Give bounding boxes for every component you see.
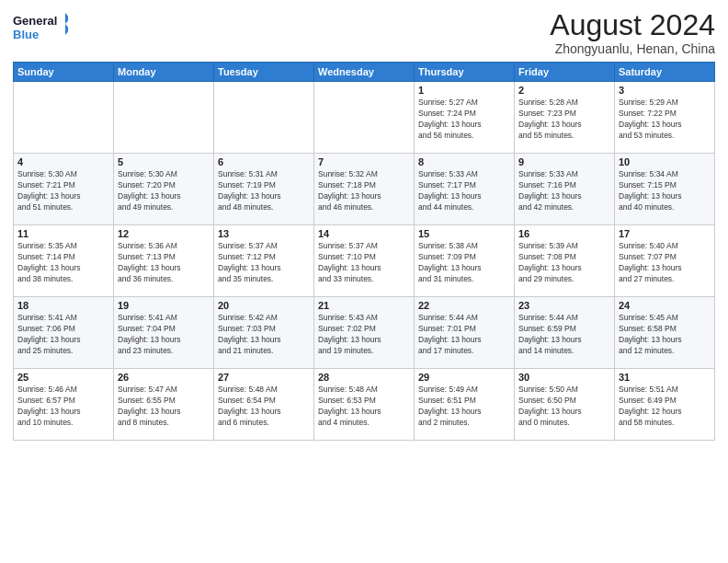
day-info: Sunrise: 5:37 AMSunset: 7:10 PMDaylight:… xyxy=(318,241,410,285)
day-number: 21 xyxy=(318,300,410,311)
day-number: 18 xyxy=(17,300,109,311)
weekday-sunday: Sunday xyxy=(14,63,114,82)
day-number: 20 xyxy=(218,300,310,311)
header: General Blue August 2024 Zhongyuanlu, He… xyxy=(13,9,715,56)
calendar-cell: 22Sunrise: 5:44 AMSunset: 7:01 PMDayligh… xyxy=(415,297,515,369)
calendar-cell: 30Sunrise: 5:50 AMSunset: 6:50 PMDayligh… xyxy=(515,369,615,441)
day-info: Sunrise: 5:34 AMSunset: 7:15 PMDaylight:… xyxy=(619,169,711,213)
day-number: 29 xyxy=(418,372,510,383)
logo: General Blue xyxy=(13,9,68,44)
calendar-cell: 17Sunrise: 5:40 AMSunset: 7:07 PMDayligh… xyxy=(615,225,715,297)
day-info: Sunrise: 5:43 AMSunset: 7:02 PMDaylight:… xyxy=(318,313,410,357)
calendar-cell: 1Sunrise: 5:27 AMSunset: 7:24 PMDaylight… xyxy=(415,82,515,154)
week-row-3: 11Sunrise: 5:35 AMSunset: 7:14 PMDayligh… xyxy=(14,225,715,297)
day-number: 14 xyxy=(318,228,410,239)
day-info: Sunrise: 5:30 AMSunset: 7:20 PMDaylight:… xyxy=(118,169,210,213)
day-number: 22 xyxy=(418,300,510,311)
day-info: Sunrise: 5:46 AMSunset: 6:57 PMDaylight:… xyxy=(17,385,109,429)
day-number: 15 xyxy=(418,228,510,239)
week-row-1: 1Sunrise: 5:27 AMSunset: 7:24 PMDaylight… xyxy=(14,82,715,154)
subtitle: Zhongyuanlu, Henan, China xyxy=(550,41,715,56)
calendar-cell: 18Sunrise: 5:41 AMSunset: 7:06 PMDayligh… xyxy=(14,297,114,369)
day-number: 2 xyxy=(518,85,610,96)
calendar-cell: 5Sunrise: 5:30 AMSunset: 7:20 PMDaylight… xyxy=(114,154,214,225)
calendar-cell: 28Sunrise: 5:48 AMSunset: 6:53 PMDayligh… xyxy=(314,369,415,441)
day-number: 3 xyxy=(619,85,711,96)
day-info: Sunrise: 5:50 AMSunset: 6:50 PMDaylight:… xyxy=(518,385,610,429)
calendar-cell: 14Sunrise: 5:37 AMSunset: 7:10 PMDayligh… xyxy=(314,225,415,297)
day-number: 30 xyxy=(518,372,610,383)
calendar-cell: 27Sunrise: 5:48 AMSunset: 6:54 PMDayligh… xyxy=(214,369,314,441)
calendar-cell xyxy=(214,82,314,154)
calendar-cell: 31Sunrise: 5:51 AMSunset: 6:49 PMDayligh… xyxy=(615,369,715,441)
logo-graphic: General Blue xyxy=(13,9,68,44)
day-number: 16 xyxy=(518,228,610,239)
main-title: August 2024 xyxy=(550,9,715,41)
day-number: 31 xyxy=(619,372,711,383)
day-info: Sunrise: 5:29 AMSunset: 7:22 PMDaylight:… xyxy=(619,98,711,142)
day-info: Sunrise: 5:49 AMSunset: 6:51 PMDaylight:… xyxy=(418,385,510,429)
calendar-cell: 19Sunrise: 5:41 AMSunset: 7:04 PMDayligh… xyxy=(114,297,214,369)
day-info: Sunrise: 5:41 AMSunset: 7:06 PMDaylight:… xyxy=(17,313,109,357)
calendar-cell: 26Sunrise: 5:47 AMSunset: 6:55 PMDayligh… xyxy=(114,369,214,441)
day-number: 19 xyxy=(118,300,210,311)
day-number: 28 xyxy=(318,372,410,383)
calendar: SundayMondayTuesdayWednesdayThursdayFrid… xyxy=(13,62,715,441)
week-row-4: 18Sunrise: 5:41 AMSunset: 7:06 PMDayligh… xyxy=(14,297,715,369)
day-info: Sunrise: 5:35 AMSunset: 7:14 PMDaylight:… xyxy=(17,241,109,285)
calendar-cell: 15Sunrise: 5:38 AMSunset: 7:09 PMDayligh… xyxy=(415,225,515,297)
weekday-thursday: Thursday xyxy=(415,63,515,82)
svg-marker-2 xyxy=(65,13,68,35)
day-info: Sunrise: 5:45 AMSunset: 6:58 PMDaylight:… xyxy=(619,313,711,357)
day-info: Sunrise: 5:41 AMSunset: 7:04 PMDaylight:… xyxy=(118,313,210,357)
day-info: Sunrise: 5:30 AMSunset: 7:21 PMDaylight:… xyxy=(17,169,109,213)
week-row-5: 25Sunrise: 5:46 AMSunset: 6:57 PMDayligh… xyxy=(14,369,715,441)
calendar-cell: 16Sunrise: 5:39 AMSunset: 7:08 PMDayligh… xyxy=(515,225,615,297)
day-info: Sunrise: 5:51 AMSunset: 6:49 PMDaylight:… xyxy=(619,385,711,429)
day-number: 4 xyxy=(17,156,109,167)
calendar-cell: 21Sunrise: 5:43 AMSunset: 7:02 PMDayligh… xyxy=(314,297,415,369)
day-info: Sunrise: 5:36 AMSunset: 7:13 PMDaylight:… xyxy=(118,241,210,285)
day-number: 23 xyxy=(518,300,610,311)
calendar-cell: 25Sunrise: 5:46 AMSunset: 6:57 PMDayligh… xyxy=(14,369,114,441)
weekday-friday: Friday xyxy=(515,63,615,82)
weekday-monday: Monday xyxy=(114,63,214,82)
day-info: Sunrise: 5:48 AMSunset: 6:53 PMDaylight:… xyxy=(318,385,410,429)
day-number: 7 xyxy=(318,156,410,167)
weekday-saturday: Saturday xyxy=(615,63,715,82)
day-info: Sunrise: 5:47 AMSunset: 6:55 PMDaylight:… xyxy=(118,385,210,429)
calendar-cell: 8Sunrise: 5:33 AMSunset: 7:17 PMDaylight… xyxy=(415,154,515,225)
day-number: 11 xyxy=(17,228,109,239)
week-row-2: 4Sunrise: 5:30 AMSunset: 7:21 PMDaylight… xyxy=(14,154,715,225)
day-info: Sunrise: 5:31 AMSunset: 7:19 PMDaylight:… xyxy=(218,169,310,213)
calendar-cell: 10Sunrise: 5:34 AMSunset: 7:15 PMDayligh… xyxy=(615,154,715,225)
calendar-cell: 6Sunrise: 5:31 AMSunset: 7:19 PMDaylight… xyxy=(214,154,314,225)
calendar-cell: 7Sunrise: 5:32 AMSunset: 7:18 PMDaylight… xyxy=(314,154,415,225)
calendar-cell xyxy=(14,82,114,154)
day-number: 12 xyxy=(118,228,210,239)
svg-text:Blue: Blue xyxy=(13,28,39,41)
weekday-wednesday: Wednesday xyxy=(314,63,415,82)
weekday-header-row: SundayMondayTuesdayWednesdayThursdayFrid… xyxy=(14,63,715,82)
calendar-cell: 3Sunrise: 5:29 AMSunset: 7:22 PMDaylight… xyxy=(615,82,715,154)
calendar-cell: 24Sunrise: 5:45 AMSunset: 6:58 PMDayligh… xyxy=(615,297,715,369)
page: General Blue August 2024 Zhongyuanlu, He… xyxy=(0,0,728,563)
calendar-cell xyxy=(314,82,415,154)
weekday-tuesday: Tuesday xyxy=(214,63,314,82)
calendar-cell: 4Sunrise: 5:30 AMSunset: 7:21 PMDaylight… xyxy=(14,154,114,225)
calendar-cell: 9Sunrise: 5:33 AMSunset: 7:16 PMDaylight… xyxy=(515,154,615,225)
day-number: 24 xyxy=(619,300,711,311)
day-info: Sunrise: 5:39 AMSunset: 7:08 PMDaylight:… xyxy=(518,241,610,285)
day-info: Sunrise: 5:44 AMSunset: 7:01 PMDaylight:… xyxy=(418,313,510,357)
day-info: Sunrise: 5:48 AMSunset: 6:54 PMDaylight:… xyxy=(218,385,310,429)
calendar-cell: 11Sunrise: 5:35 AMSunset: 7:14 PMDayligh… xyxy=(14,225,114,297)
day-info: Sunrise: 5:27 AMSunset: 7:24 PMDaylight:… xyxy=(418,98,510,142)
day-info: Sunrise: 5:33 AMSunset: 7:16 PMDaylight:… xyxy=(518,169,610,213)
calendar-cell: 23Sunrise: 5:44 AMSunset: 6:59 PMDayligh… xyxy=(515,297,615,369)
calendar-cell: 12Sunrise: 5:36 AMSunset: 7:13 PMDayligh… xyxy=(114,225,214,297)
day-info: Sunrise: 5:28 AMSunset: 7:23 PMDaylight:… xyxy=(518,98,610,142)
day-info: Sunrise: 5:40 AMSunset: 7:07 PMDaylight:… xyxy=(619,241,711,285)
calendar-cell: 2Sunrise: 5:28 AMSunset: 7:23 PMDaylight… xyxy=(515,82,615,154)
day-number: 8 xyxy=(418,156,510,167)
day-number: 26 xyxy=(118,372,210,383)
